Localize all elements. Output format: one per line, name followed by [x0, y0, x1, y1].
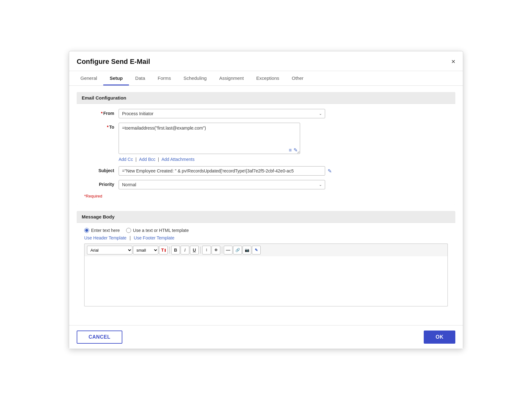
- email-config-body: *From Process Initiator Current User Spe…: [77, 104, 455, 205]
- email-config-header: Email Configuration: [77, 92, 455, 104]
- priority-control: Low Normal High ⌄: [119, 180, 448, 189]
- add-attachments-link[interactable]: Add Attachments: [161, 157, 195, 162]
- radio-row: Enter text here Use a text or HTML templ…: [84, 228, 448, 233]
- editor-area[interactable]: [84, 256, 448, 306]
- priority-row: Priority Low Normal High ⌄: [84, 180, 448, 189]
- editor-toolbar: Arial Times New Roman Courier New small …: [84, 244, 448, 256]
- underline-button[interactable]: U: [190, 246, 199, 254]
- to-control: =toemailaddress("first.last@example.com"…: [119, 123, 448, 162]
- subject-row-inner: ✎: [119, 166, 448, 176]
- add-cc-sep: |: [136, 157, 138, 162]
- subject-edit-icon[interactable]: ✎: [328, 168, 332, 174]
- modal-body: Email Configuration *From Process Initia…: [69, 86, 463, 325]
- radio-use-template-input[interactable]: [126, 228, 131, 233]
- add-bcc-sep: |: [158, 157, 160, 162]
- unordered-list-button[interactable]: ⁝: [202, 246, 211, 254]
- font-family-select[interactable]: Arial Times New Roman Courier New: [87, 246, 132, 254]
- horizontal-rule-button[interactable]: —: [224, 246, 233, 254]
- modal-header: Configure Send E-Mail ×: [69, 51, 463, 71]
- tab-assignment[interactable]: Assignment: [213, 71, 250, 85]
- priority-select[interactable]: Low Normal High: [119, 180, 325, 189]
- add-bcc-link[interactable]: Add Bcc: [139, 157, 155, 162]
- subject-label: Subject: [84, 166, 119, 173]
- edit-source-button[interactable]: ✎: [252, 246, 261, 254]
- subject-row: Subject ✎: [84, 166, 448, 176]
- tab-general[interactable]: General: [74, 71, 103, 85]
- to-edit-icon[interactable]: ✎: [294, 147, 298, 153]
- tab-setup[interactable]: Setup: [103, 71, 129, 85]
- subject-input[interactable]: [119, 166, 325, 176]
- tab-exceptions[interactable]: Exceptions: [250, 71, 285, 85]
- modal-footer: CANCEL OK: [69, 325, 463, 349]
- from-control: Process Initiator Current User Specific …: [119, 109, 448, 118]
- message-body-section: Message Body Enter text here Use a text …: [77, 211, 455, 313]
- close-button[interactable]: ×: [451, 58, 455, 65]
- message-body-body: Enter text here Use a text or HTML templ…: [77, 223, 455, 313]
- subject-control: ✎: [119, 166, 448, 176]
- ordered-list-button[interactable]: ⁜: [212, 246, 220, 254]
- toolbar-sep-2: [200, 247, 201, 254]
- from-select[interactable]: Process Initiator Current User Specific …: [119, 109, 325, 118]
- image-button[interactable]: 📷: [243, 246, 251, 254]
- to-textarea[interactable]: =toemailaddress("first.last@example.com"…: [119, 123, 300, 154]
- message-body-header: Message Body: [77, 211, 455, 223]
- configure-email-modal: Configure Send E-Mail × General Setup Da…: [69, 51, 463, 349]
- template-links-sep: |: [130, 235, 132, 240]
- link-button[interactable]: 🔗: [233, 246, 242, 254]
- ok-button[interactable]: OK: [424, 331, 455, 344]
- from-required-star: *: [101, 111, 103, 116]
- toolbar-sep-1: [169, 247, 170, 254]
- add-links: Add Cc | Add Bcc | Add Attachments: [119, 157, 448, 162]
- tab-other[interactable]: Other: [285, 71, 310, 85]
- email-config-section: Email Configuration *From Process Initia…: [77, 92, 455, 205]
- use-header-template-link[interactable]: Use Header Template: [84, 235, 126, 240]
- toolbar-sep-3: [222, 247, 222, 254]
- radio-enter-text-input[interactable]: [84, 228, 89, 233]
- font-size-select[interactable]: small medium large: [133, 246, 158, 254]
- from-label: *From: [84, 109, 119, 116]
- to-required-star: *: [107, 125, 108, 130]
- radio-enter-text[interactable]: Enter text here: [84, 228, 120, 233]
- radio-use-template[interactable]: Use a text or HTML template: [126, 228, 189, 233]
- to-list-icon[interactable]: ≡: [289, 147, 292, 153]
- to-area-wrap: =toemailaddress("first.last@example.com"…: [119, 123, 300, 155]
- priority-label: Priority: [84, 180, 119, 187]
- tab-scheduling[interactable]: Scheduling: [177, 71, 213, 85]
- tab-data[interactable]: Data: [129, 71, 151, 85]
- cancel-button[interactable]: CANCEL: [77, 331, 122, 344]
- tab-forms[interactable]: Forms: [151, 71, 177, 85]
- use-footer-template-link[interactable]: Use Footer Template: [134, 235, 175, 240]
- priority-select-wrap: Low Normal High ⌄: [119, 180, 325, 189]
- template-links: Use Header Template | Use Footer Templat…: [84, 235, 448, 240]
- italic-button[interactable]: I: [181, 246, 189, 254]
- to-label: *To: [84, 123, 119, 130]
- tabs-bar: General Setup Data Forms Scheduling Assi…: [69, 71, 463, 86]
- text-color-button[interactable]: T▐: [159, 246, 168, 254]
- from-select-wrap: Process Initiator Current User Specific …: [119, 109, 325, 118]
- add-cc-link[interactable]: Add Cc: [119, 157, 133, 162]
- modal-title: Configure Send E-Mail: [77, 58, 150, 66]
- to-icons: ≡ ✎: [289, 147, 298, 153]
- required-note: *Required: [84, 194, 448, 198]
- from-row: *From Process Initiator Current User Spe…: [84, 109, 448, 118]
- bold-button[interactable]: B: [171, 246, 180, 254]
- to-row: *To =toemailaddress("first.last@example.…: [84, 123, 448, 162]
